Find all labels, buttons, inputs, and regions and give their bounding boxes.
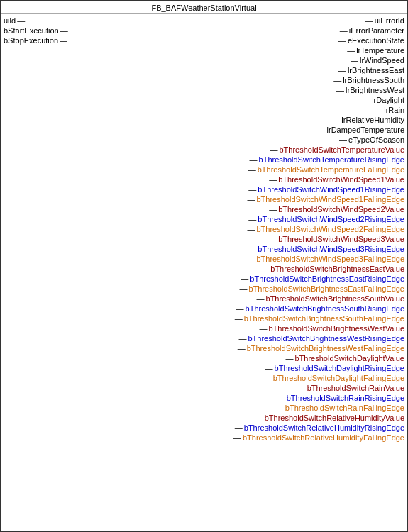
output-pin-18: bThresholdSwitchWindSpeed1FallingEdge bbox=[247, 194, 404, 204]
output-pin-20: bThresholdSwitchWindSpeed2RisingEdge bbox=[248, 214, 404, 224]
output-pin-2: eExecutionState bbox=[338, 35, 404, 45]
output-pin-23: bThresholdSwitchWindSpeed3RisingEdge bbox=[248, 244, 404, 254]
output-pin-31: bThresholdSwitchBrightnessWestValue bbox=[259, 323, 404, 333]
output-pin-11: lrDampedTemperature bbox=[318, 125, 404, 135]
output-pin-15: bThresholdSwitchTemperatureFallingEdge bbox=[248, 165, 404, 174]
output-pin-1: iErrorParameter bbox=[340, 26, 404, 35]
output-pin-39: bThresholdSwitchRainFallingEdge bbox=[276, 403, 404, 413]
output-pin-24: bThresholdSwitchWindSpeed3FallingEdge bbox=[247, 254, 404, 264]
input-pins: uildbStartExecutionbStopExecution bbox=[1, 16, 86, 443]
function-block: FB_BAFWeatherStationVirtual uildbStartEx… bbox=[0, 0, 408, 532]
input-pin-0: uild bbox=[4, 16, 86, 26]
input-pin-2: bStopExecution bbox=[4, 35, 86, 45]
output-pin-40: bThresholdSwitchRelativeHumidityValue bbox=[255, 413, 404, 423]
output-pin-35: bThresholdSwitchDaylightRisingEdge bbox=[265, 363, 404, 373]
output-pin-21: bThresholdSwitchWindSpeed2FallingEdge bbox=[247, 224, 404, 234]
output-pin-4: lrWindSpeed bbox=[351, 55, 404, 65]
output-pin-41: bThresholdSwitchRelativeHumidityRisingEd… bbox=[235, 423, 404, 433]
output-pin-25: bThresholdSwitchBrightnessEastValue bbox=[261, 264, 404, 274]
output-pins: uiErrorIdiErrorParametereExecutionStatel… bbox=[86, 16, 407, 443]
output-pin-32: bThresholdSwitchBrightnessWestRisingEdge bbox=[238, 333, 404, 343]
output-pin-27: bThresholdSwitchBrightnessEastFallingEdg… bbox=[239, 284, 404, 294]
output-pin-29: bThresholdSwitchBrightnessSouthRisingEdg… bbox=[236, 304, 404, 314]
output-pin-9: lrRain bbox=[375, 105, 404, 115]
output-pin-7: lrBrightnessWest bbox=[336, 85, 404, 95]
output-pin-16: bThresholdSwitchWindSpeed1Value bbox=[269, 174, 404, 184]
output-pin-28: bThresholdSwitchBrightnessSouthValue bbox=[257, 294, 404, 304]
output-pin-10: lrRelativeHumidity bbox=[332, 115, 404, 125]
output-pin-33: bThresholdSwitchBrightnessWestFallingEdg… bbox=[238, 343, 404, 353]
output-pin-17: bThresholdSwitchWindSpeed1RisingEdge bbox=[248, 184, 404, 194]
output-pin-26: bThresholdSwitchBrightnessEastRisingEdge bbox=[241, 274, 404, 284]
output-pin-12: eTypeOfSeason bbox=[339, 135, 404, 145]
output-pin-42: bThresholdSwitchRelativeHumidityFallingE… bbox=[233, 433, 404, 443]
output-pin-6: lrBrightnessSouth bbox=[333, 75, 404, 85]
output-pin-5: lrBrightnessEast bbox=[338, 65, 404, 75]
input-pin-1: bStartExecution bbox=[4, 26, 86, 35]
block-content: uildbStartExecutionbStopExecution uiErro… bbox=[1, 14, 407, 444]
output-pin-13: bThresholdSwitchTemperatureValue bbox=[270, 145, 405, 155]
block-title: FB_BAFWeatherStationVirtual bbox=[1, 1, 407, 14]
output-pin-30: bThresholdSwitchBrightnessSouthFallingEd… bbox=[235, 314, 404, 323]
output-pin-8: lrDaylight bbox=[363, 95, 404, 105]
output-pin-37: bThresholdSwitchRainValue bbox=[298, 383, 404, 393]
output-pin-38: bThresholdSwitchRainRisingEdge bbox=[277, 393, 404, 403]
output-pin-22: bThresholdSwitchWindSpeed3Value bbox=[269, 234, 404, 244]
output-pin-34: bThresholdSwitchDaylightValue bbox=[286, 353, 405, 363]
output-pin-3: lrTemperature bbox=[347, 45, 404, 55]
output-pin-36: bThresholdSwitchDaylightFallingEdge bbox=[264, 373, 404, 383]
output-pin-0: uiErrorId bbox=[365, 16, 404, 26]
output-pin-14: bThresholdSwitchTemperatureRisingEdge bbox=[250, 155, 404, 165]
output-pin-19: bThresholdSwitchWindSpeed2Value bbox=[269, 204, 404, 214]
